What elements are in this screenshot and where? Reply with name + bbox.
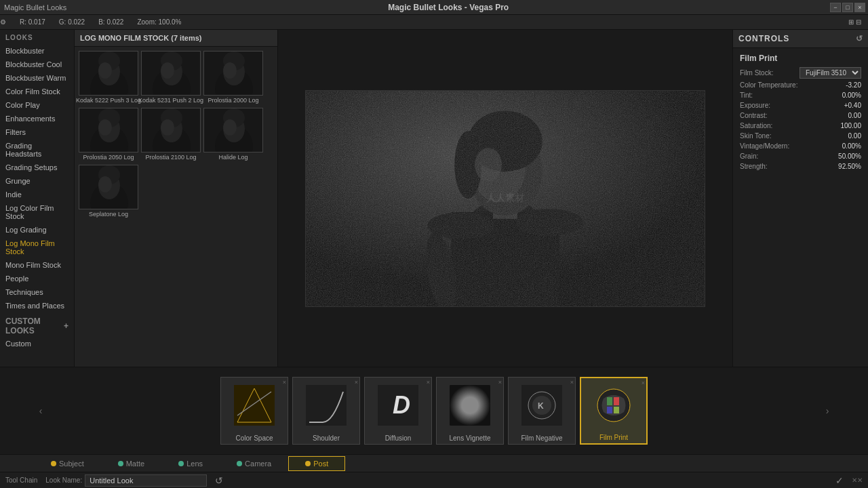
controls-reset-button[interactable]: ↺: [856, 34, 863, 43]
minimize-button[interactable]: −: [830, 3, 841, 12]
tab-subject[interactable]: Subject: [34, 456, 101, 471]
sidebar-item-custom[interactable]: Custom: [0, 337, 74, 350]
control-value: 92.50%: [838, 163, 861, 170]
sidebar-item-mono-film-stock[interactable]: Mono Film Stock: [0, 258, 74, 272]
add-custom-look-button[interactable]: +: [64, 321, 68, 331]
effect-label: Lens Vignette: [450, 432, 491, 444]
sidebar-item-log-mono-film-stock[interactable]: Log Mono Film Stock: [0, 237, 74, 258]
tab-dot: [118, 461, 123, 466]
control-value: 0.00: [848, 112, 861, 119]
sidebar-item-log-grading[interactable]: Log Grading: [0, 223, 74, 237]
sidebar-item-indie[interactable]: Indie: [0, 188, 74, 201]
close-button[interactable]: ×: [854, 3, 865, 12]
controls-rows: Color Temperature: -3.20 Tint: 0.00% Exp…: [733, 80, 868, 171]
tool-chain-item: Tool Chain: [5, 476, 37, 484]
effect-icon: [581, 378, 646, 432]
thumbnail-label: Prolostia 2050 Log: [83, 152, 134, 162]
svg-rect-59: [306, 385, 347, 426]
controls-panel: CONTROLS ↺ Film Print Film Stock: FujiFi…: [732, 30, 868, 367]
control-label: Vintage/Modern:: [740, 142, 789, 150]
thumbnail-item[interactable]: Prolostia 2100 Log: [141, 108, 201, 162]
sidebar-item-times-and-places[interactable]: Times and Places: [0, 299, 74, 312]
effect-label: Color Space: [235, 432, 273, 444]
b-value: B: 0.022: [98, 18, 123, 26]
controls-header: CONTROLS ↺: [733, 30, 868, 48]
control-value: 0.00%: [842, 92, 861, 99]
main-area: LOOKS BlockbusterBlockbuster CoolBlockbu…: [0, 30, 868, 367]
svg-rect-5: [79, 52, 138, 96]
control-row-8: Strength: 92.50%: [733, 161, 868, 171]
control-value: 50.00%: [838, 152, 861, 160]
thumbnail-item[interactable]: Seplatone Log: [79, 165, 138, 219]
chain-right-arrow[interactable]: ›: [821, 367, 834, 454]
tab-bar: SubjectMatteLensCameraPost: [0, 454, 868, 472]
film-stock-label: Film Stock:: [740, 69, 773, 77]
thumbnail-item[interactable]: Halide Log: [203, 108, 263, 162]
sidebar-item-filters[interactable]: Filters: [0, 125, 74, 139]
control-row-1: Tint: 0.00%: [733, 90, 868, 100]
effect-item-film-negative[interactable]: × K Film Negative: [508, 377, 576, 445]
r-value: R: 0.017: [20, 18, 45, 26]
tab-label: Lens: [186, 460, 203, 468]
film-stock-row: Film Stock: FujiFilm 3510 Kodak 5207 Kod…: [733, 66, 868, 80]
reset-look-button[interactable]: ↺: [215, 475, 223, 486]
preview-svg: [306, 90, 705, 307]
effect-item-lens-vignette[interactable]: × Lens Vignette: [436, 377, 504, 445]
sidebar-item-grading-setups[interactable]: Grading Setups: [0, 161, 74, 174]
thumbnail-label: Kodak 5231 Push 2 Log: [138, 96, 203, 105]
ok-button[interactable]: ✓: [835, 475, 844, 486]
sidebar-item-grunge[interactable]: Grunge: [0, 174, 74, 188]
sidebar-item-blockbuster-cool[interactable]: Blockbuster Cool: [0, 58, 74, 71]
settings-icon[interactable]: ⚙: [0, 18, 6, 26]
svg-rect-41: [79, 165, 138, 209]
look-name-label: Look Name:: [45, 476, 82, 484]
controls-title: CONTROLS: [738, 34, 789, 43]
looks-panel: LOOKS BlockbusterBlockbuster CoolBlockbu…: [0, 30, 75, 367]
g-value: G: 0.022: [59, 18, 85, 26]
tab-matte[interactable]: Matte: [101, 456, 162, 471]
custom-looks-header: CUSTOM LOOKS +: [0, 312, 74, 337]
tab-dot: [51, 461, 56, 466]
effect-item-color-space[interactable]: × Color Space: [220, 377, 288, 445]
control-value: +0.40: [844, 102, 861, 109]
film-stock-select[interactable]: FujiFilm 3510 Kodak 5207 Kodak 5219: [800, 67, 861, 79]
control-row-3: Contrast: 0.00: [733, 110, 868, 121]
effect-item-shoulder[interactable]: × Shoulder: [292, 377, 360, 445]
thumbnail-label: Seplatone Log: [89, 209, 128, 219]
tab-lens[interactable]: Lens: [161, 456, 220, 471]
window-title: Magic Bullet Looks - Vegas Pro: [388, 3, 509, 12]
sidebar-item-log-color-film-stock[interactable]: Log Color Film Stock: [0, 201, 74, 223]
sidebar-item-techniques[interactable]: Techniques: [0, 285, 74, 299]
preview-area: 人人素材: [278, 30, 732, 367]
sidebar-item-blockbuster[interactable]: Blockbuster: [0, 44, 74, 58]
sidebar-item-people[interactable]: People: [0, 272, 74, 285]
thumbnails-header: LOG MONO FILM STOCK (7 items): [75, 30, 277, 47]
sidebar-item-enhancements[interactable]: Enhancements: [0, 112, 74, 125]
control-label: Skin Tone:: [740, 132, 772, 140]
sidebar-item-blockbuster-warm[interactable]: Blockbuster Warm: [0, 71, 74, 85]
thumbnail-item[interactable]: Prolostia 2000 Log: [203, 51, 263, 105]
status-bar: Tool Chain Look Name: ↺ ✓ ✕✕: [0, 472, 868, 488]
sidebar-item-grading-headstarts[interactable]: Grading Headstarts: [0, 139, 74, 161]
tab-camera[interactable]: Camera: [220, 456, 288, 471]
look-name-input[interactable]: [85, 474, 207, 487]
svg-text:K: K: [538, 401, 544, 411]
effect-item-film-print[interactable]: × Film Print: [580, 377, 648, 445]
thumbnail-label: Prolostia 2000 Log: [208, 96, 258, 105]
thumbnail-item[interactable]: Kodak 5222 Push 3 Log: [79, 51, 138, 105]
thumbnail-label: Prolostia 2100 Log: [145, 152, 196, 162]
control-row-5: Skin Tone: 0.00: [733, 131, 868, 141]
sidebar-item-color-play[interactable]: Color Play: [0, 98, 74, 112]
svg-rect-56: [234, 385, 275, 426]
control-value: 0.00: [848, 132, 861, 140]
sidebar-item-color-film-stock[interactable]: Color Film Stock: [0, 85, 74, 98]
maximize-button[interactable]: □: [842, 3, 853, 12]
thumbnail-label: Halide Log: [218, 152, 248, 162]
tab-post[interactable]: Post: [288, 456, 345, 471]
effect-item-diffusion[interactable]: × D Diffusion: [364, 377, 432, 445]
logo-icon: ✕✕: [852, 476, 863, 484]
tab-label: Matte: [126, 460, 145, 468]
chain-left-arrow[interactable]: ‹: [34, 367, 47, 454]
thumbnail-item[interactable]: Prolostia 2050 Log: [79, 108, 138, 162]
thumbnail-item[interactable]: Kodak 5231 Push 2 Log: [141, 51, 201, 105]
